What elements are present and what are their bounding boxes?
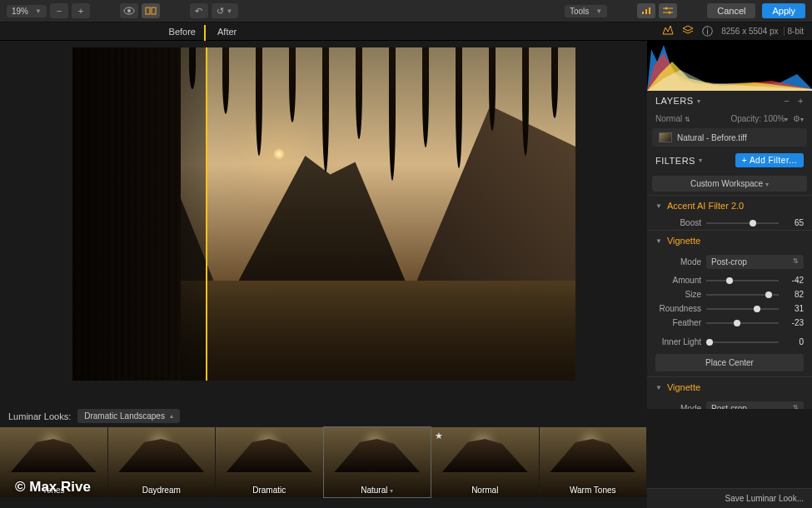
svg-point-1 xyxy=(127,9,131,12)
image-info: 8256 x 5504 px8-bit xyxy=(721,27,804,36)
place-center-button[interactable]: Place Center xyxy=(655,354,804,371)
workspace-select[interactable]: Custom Workspace ▾ xyxy=(652,176,807,192)
add-layer-icon[interactable]: + xyxy=(798,96,804,106)
filter-vignette-2[interactable]: ▼Vignette xyxy=(647,377,812,397)
apply-button[interactable]: Apply xyxy=(762,3,805,18)
info-icon[interactable]: ⓘ xyxy=(702,24,713,39)
after-label: After xyxy=(204,27,237,37)
star-icon: ★ xyxy=(435,431,443,441)
svg-rect-5 xyxy=(645,9,647,14)
adjust-panel-button[interactable] xyxy=(659,3,677,18)
looks-strip: Tones Daydream Dramatic Natural ▾ ★Norma… xyxy=(0,427,647,497)
boost-slider[interactable] xyxy=(706,222,779,224)
cancel-button[interactable]: Cancel xyxy=(707,3,755,18)
opacity-value[interactable]: 100% xyxy=(764,114,785,123)
history-button[interactable]: ↺▼ xyxy=(212,3,238,18)
vig1-amount-slider[interactable] xyxy=(706,280,779,281)
side-panel: LAYERS▾ −+ Normal ⇅ Opacity: 100%▾ ⚙▾ Na… xyxy=(647,41,812,409)
layers-icon[interactable] xyxy=(682,25,694,37)
svg-rect-4 xyxy=(642,12,644,14)
watermark: © Max Rive xyxy=(15,479,91,496)
tools-menu[interactable]: Tools▼ xyxy=(565,5,607,17)
looks-bar: Luminar Looks: Dramatic Landscapes▴ xyxy=(0,406,188,426)
svg-rect-3 xyxy=(152,7,156,14)
look-normal[interactable]: ★Normal xyxy=(431,427,539,497)
layer-name: Natural - Before.tiff xyxy=(677,133,747,142)
vig1-inner-slider[interactable] xyxy=(706,341,779,343)
top-toolbar: 19%▼ − + ↶ ↺▼ Tools▼ Cancel Apply xyxy=(0,0,812,22)
look-natural[interactable]: Natural ▾ xyxy=(324,427,431,497)
layer-item[interactable]: Natural - Before.tiff xyxy=(652,128,807,147)
compare-split-button[interactable] xyxy=(142,3,160,18)
compare-slider[interactable] xyxy=(206,47,207,381)
svg-rect-6 xyxy=(649,7,650,14)
look-dramatic[interactable]: Dramatic xyxy=(216,427,323,497)
looks-category-select[interactable]: Dramatic Landscapes▴ xyxy=(77,409,180,423)
undo-button[interactable]: ↶ xyxy=(190,3,208,18)
zoom-out-button[interactable]: − xyxy=(50,3,68,18)
filter-vignette-1[interactable]: ▼Vignette xyxy=(647,231,812,251)
histogram-icon[interactable] xyxy=(662,25,674,37)
zoom-in-button[interactable]: + xyxy=(72,3,90,18)
collapse-layers-icon[interactable]: − xyxy=(784,96,790,106)
layer-gear-icon[interactable]: ⚙ xyxy=(793,114,800,123)
look-daydream[interactable]: Daydream xyxy=(108,427,216,497)
svg-point-8 xyxy=(665,7,668,10)
svg-point-10 xyxy=(669,12,671,14)
filter-accent-ai[interactable]: ▼Accent AI Filter 2.0 xyxy=(647,196,812,216)
looks-label: Luminar Looks: xyxy=(8,411,71,421)
look-warm-tones[interactable]: Warm Tones xyxy=(540,427,647,497)
vignette2-mode-select[interactable]: Post-crop⇅ xyxy=(706,401,804,409)
compare-header: Before After ⓘ 8256 x 5504 px8-bit xyxy=(0,22,812,41)
histogram[interactable] xyxy=(647,41,812,91)
photo-preview xyxy=(72,47,575,381)
chevron-down-icon: ▼ xyxy=(35,7,42,15)
vignette-mode-select[interactable]: Post-crop⇅ xyxy=(706,255,804,269)
filters-header[interactable]: FILTERS▾ + Add Filter... xyxy=(647,148,812,172)
looks-panel-button[interactable] xyxy=(637,3,655,18)
layers-header[interactable]: LAYERS▾ −+ xyxy=(647,91,812,111)
zoom-select[interactable]: 19%▼ xyxy=(7,5,47,17)
blend-mode-select[interactable]: Normal ⇅ xyxy=(655,114,690,123)
add-filter-button[interactable]: + Add Filter... xyxy=(735,153,804,167)
save-look-button[interactable]: Save Luminar Look... xyxy=(647,488,812,508)
preview-eye-button[interactable] xyxy=(120,3,138,18)
vig1-round-slider[interactable] xyxy=(706,308,779,310)
image-canvas[interactable] xyxy=(0,41,647,409)
vig1-size-slider[interactable] xyxy=(706,294,779,296)
svg-rect-2 xyxy=(146,7,150,14)
vig1-feather-slider[interactable] xyxy=(706,322,779,324)
layer-thumbnail xyxy=(659,132,672,142)
before-label: Before xyxy=(0,27,204,37)
